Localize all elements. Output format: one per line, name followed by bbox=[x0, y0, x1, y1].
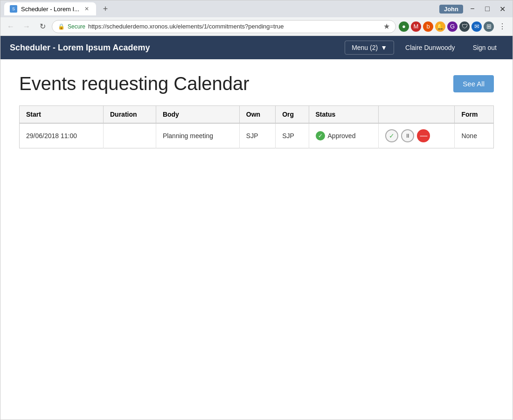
col-start: Start bbox=[20, 106, 104, 124]
address-bar: ← → ↻ 🔒 Secure https://schedulerdemo.xro… bbox=[0, 17, 513, 36]
status-label: Approved bbox=[328, 132, 356, 140]
reject-button[interactable]: — bbox=[417, 129, 430, 142]
title-bar: S Scheduler - Lorem I... ✕ + John − □ ✕ bbox=[0, 0, 513, 17]
app-navbar: Scheduler - Lorem Ipsum Academy Menu (2)… bbox=[0, 36, 513, 59]
sign-out-button[interactable]: Sign out bbox=[466, 41, 503, 54]
col-body: Body bbox=[156, 106, 239, 124]
action-icons: ✓ ⏸ — bbox=[385, 129, 448, 142]
forward-button[interactable]: → bbox=[20, 20, 33, 33]
col-duration: Duration bbox=[103, 106, 156, 124]
cell-own: SJP bbox=[239, 123, 275, 148]
menu-button[interactable]: Menu (2) ▼ bbox=[345, 41, 394, 55]
col-status: Status bbox=[309, 106, 379, 124]
cell-start: 29/06/2018 11:00 bbox=[20, 123, 104, 148]
col-form: Form bbox=[455, 106, 494, 124]
cell-body: Planning meeting bbox=[156, 123, 239, 148]
extension-icon-8[interactable]: ⊞ bbox=[484, 21, 494, 32]
cell-org: SJP bbox=[276, 123, 309, 148]
header-row: Start Duration Body Own Org Status Form bbox=[20, 106, 494, 124]
approve-button[interactable]: ✓ bbox=[385, 129, 398, 142]
table-body: 29/06/2018 11:00 Planning meeting SJP SJ… bbox=[20, 123, 494, 148]
extension-icon-7[interactable]: ✉ bbox=[471, 21, 482, 32]
app-title: Scheduler - Lorem Ipsum Academy bbox=[10, 43, 345, 53]
col-org: Org bbox=[276, 106, 309, 124]
reload-button[interactable]: ↻ bbox=[36, 20, 49, 33]
app-content: Scheduler - Lorem Ipsum Academy Menu (2)… bbox=[0, 36, 513, 420]
minimize-button[interactable]: − bbox=[466, 2, 479, 15]
extension-icon-3[interactable]: b bbox=[423, 21, 433, 32]
back-button[interactable]: ← bbox=[4, 20, 17, 33]
cell-form: None bbox=[455, 123, 494, 148]
tab-favicon: S bbox=[10, 5, 17, 13]
col-actions bbox=[379, 106, 455, 124]
table-row: 29/06/2018 11:00 Planning meeting SJP SJ… bbox=[20, 123, 494, 148]
address-text: https://schedulerdemo.xronos.uk/elements… bbox=[88, 23, 381, 30]
cell-status: ✓ Approved bbox=[309, 123, 379, 148]
browser-menu-button[interactable]: ⋮ bbox=[496, 20, 509, 33]
maximize-button[interactable]: □ bbox=[481, 2, 494, 15]
table-header: Start Duration Body Own Org Status Form bbox=[20, 106, 494, 124]
browser-tab[interactable]: S Scheduler - Lorem I... ✕ bbox=[4, 2, 96, 15]
tab-close-button[interactable]: ✕ bbox=[83, 5, 90, 13]
pause-button[interactable]: ⏸ bbox=[401, 129, 414, 142]
extension-icon-1[interactable]: ● bbox=[399, 21, 409, 32]
col-own: Own bbox=[239, 106, 275, 124]
browser-window: S Scheduler - Lorem I... ✕ + John − □ ✕ … bbox=[0, 0, 513, 420]
new-tab-button[interactable]: + bbox=[99, 2, 112, 15]
cell-duration bbox=[103, 123, 156, 148]
status-approved-icon: ✓ bbox=[316, 131, 325, 140]
menu-chevron-icon: ▼ bbox=[381, 44, 387, 51]
status-approved: ✓ Approved bbox=[316, 131, 372, 140]
main-content: Events requesting Calendar See All Start… bbox=[0, 59, 513, 420]
secure-icon: 🔒 bbox=[58, 23, 65, 30]
cell-actions: ✓ ⏸ — bbox=[379, 123, 455, 148]
window-controls: − □ ✕ bbox=[466, 2, 509, 15]
bookmark-icon[interactable]: ★ bbox=[383, 22, 390, 31]
secure-label: Secure bbox=[68, 23, 85, 30]
menu-label: Menu (2) bbox=[352, 44, 378, 51]
tab-title: Scheduler - Lorem I... bbox=[21, 6, 79, 13]
close-button[interactable]: ✕ bbox=[496, 2, 509, 15]
extension-icon-6[interactable]: 🛡 bbox=[459, 21, 470, 32]
extension-icon-4[interactable]: 🔔 bbox=[435, 21, 445, 32]
profile-button[interactable]: John bbox=[439, 5, 463, 14]
user-label: Claire Dunwoody bbox=[399, 41, 462, 54]
page-header: Events requesting Calendar See All bbox=[19, 73, 494, 94]
browser-icons: ● M b 🔔 G 🛡 ✉ ⊞ ⋮ bbox=[399, 20, 509, 33]
extension-icon-5[interactable]: G bbox=[447, 21, 458, 32]
events-table: Start Duration Body Own Org Status Form … bbox=[19, 105, 494, 148]
address-input[interactable]: 🔒 Secure https://schedulerdemo.xronos.uk… bbox=[52, 20, 396, 33]
extension-icon-2[interactable]: M bbox=[411, 21, 421, 32]
page-title: Events requesting Calendar bbox=[19, 73, 453, 94]
see-all-button[interactable]: See All bbox=[453, 75, 494, 92]
